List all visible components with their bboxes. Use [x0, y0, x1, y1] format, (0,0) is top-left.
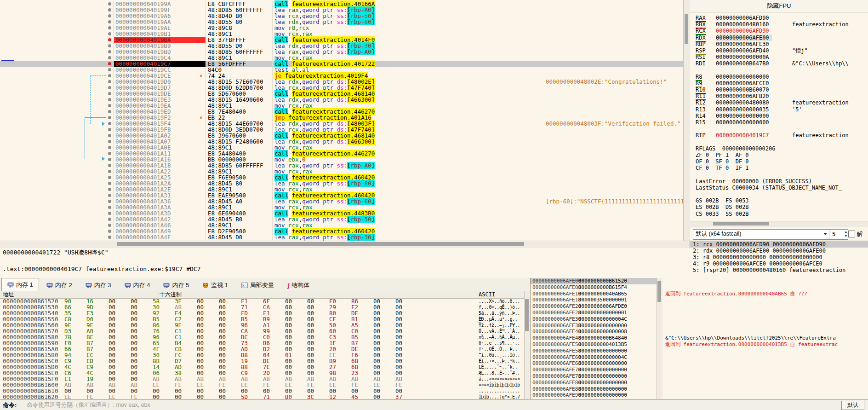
dump-row[interactable]: 0000000000B61570D3A0000076C10000CA990000… [0, 328, 524, 334]
register-row[interactable]: RSP00000000006AFD40"惶j" [690, 47, 868, 54]
stack-row[interactable]: 00000000006AFE900000000000000000 [531, 392, 657, 398]
fastcall-arg-row[interactable]: 5: [rsp+20] 0000000000480160 featureextr… [690, 267, 868, 273]
stack-row[interactable]: 00000000006AFE580000000000000000 [531, 348, 657, 354]
register-row[interactable] [690, 139, 868, 145]
breakpoint-dot[interactable] [106, 91, 114, 97]
stack-row[interactable]: 00000000006AFE400000000000000008 [531, 329, 657, 335]
breakpoint-dot[interactable] [106, 85, 114, 91]
registers-hscrollbar-thumb[interactable] [713, 222, 769, 225]
tab-内存 4[interactable]: 内存 4 [119, 279, 156, 291]
register-row[interactable]: R100000000000B60070 [690, 87, 868, 93]
register-row[interactable]: RCX00000000006AFD90 [690, 28, 868, 34]
breakpoint-dot[interactable] [106, 192, 114, 198]
breakpoint-dot[interactable] [106, 37, 114, 43]
dump-row[interactable]: 0000000000B61590F0B7000065B4000073B60000… [0, 340, 524, 346]
tab-局部变量[interactable]: x=局部变量 [235, 279, 280, 291]
breakpoint-dot[interactable] [106, 222, 114, 228]
stack-row[interactable]: 00000000006AFE380000000000000000 [531, 323, 657, 329]
dump-row[interactable]: 0000000000B61620EEFEEEFE000000005D71B03C… [0, 394, 524, 399]
register-row[interactable] [690, 172, 868, 178]
breakpoint-dot[interactable] [106, 133, 114, 139]
dump-row[interactable]: 0000000000B615609F9E0000869E000096A10000… [0, 322, 524, 328]
disasm-row[interactable]: 0000000000401A1B48:8D85 60FFFFFFlea rax,… [0, 162, 683, 168]
disasm-hscrollbar-thumb[interactable] [117, 242, 524, 246]
breakpoint-dot[interactable] [106, 210, 114, 216]
disasm-row[interactable]: 00000000004019BD48:8D85 60FFFFFFlea rax,… [0, 49, 683, 55]
tab-内存 3[interactable]: 内存 3 [80, 279, 117, 291]
breakpoint-dot[interactable] [106, 150, 114, 156]
register-row[interactable]: GS 002B FS 0053 [690, 197, 868, 204]
register-row[interactable]: RDX00000000006AFE00 [690, 35, 868, 41]
disasm-row[interactable]: 0000000000401A0748:8D15 F2480600lea rdx,… [0, 139, 683, 144]
dump-row[interactable]: 0000000000B615D04CC9000014AD0000887E0000… [0, 364, 524, 370]
hide-fpu-button[interactable]: 隐藏FPU [690, 0, 868, 12]
register-row[interactable]: LastStatus C0000034 (STATUS_OBJECT_NAME_… [690, 185, 868, 191]
stack-row[interactable]: 00000000006AFE780000000000000000 [531, 373, 657, 380]
register-row[interactable] [690, 126, 868, 132]
breakpoint-dot[interactable] [106, 109, 114, 115]
stack-row[interactable]: 00000000006AFE680000000000000000 [531, 360, 657, 367]
dump-row[interactable]: 0000000000B615B094EC000030FC0000B8040100… [0, 352, 524, 358]
register-row[interactable]: R900000000006AFCE0 [690, 80, 868, 87]
stack-row[interactable]: 00000000006AFE30000000000000004C [531, 316, 657, 323]
tab-监视 1[interactable]: 监视 1 [196, 279, 234, 291]
dump-row[interactable]: 0000000000B6154035E3000092E40000FDF10000… [0, 310, 524, 316]
fastcall-arg-row[interactable]: 3: r8 0000000000000000 0000000000000000 [690, 254, 868, 260]
register-row[interactable]: RBX0000000000480160featureextraction [690, 21, 868, 28]
register-row[interactable]: ES 002B DS 002B [690, 204, 868, 210]
breakpoint-dot[interactable] [106, 174, 114, 180]
stack-row[interactable]: 00000000006AFE080000000000B615F4 [531, 284, 657, 291]
breakpoint-dot[interactable] [106, 156, 114, 162]
register-row[interactable]: RIP00000000004019C7featureextraction [690, 132, 868, 139]
command-input[interactable]: 命令使用逗号分隔（像汇编语言）: mov eax, ebx [27, 401, 836, 409]
stack-vscrollbar-thumb[interactable] [657, 281, 661, 302]
register-row[interactable]: R150000000000000000 [690, 119, 868, 126]
register-row[interactable]: R130000000000000035'5' [690, 106, 868, 113]
stack-row[interactable]: 00000000006AFE10000000000040AB65 [531, 291, 657, 297]
register-row[interactable]: R120000000000480080featureextraction [690, 99, 868, 106]
disasm-row[interactable]: 00000000004019AA48:8D55 80lea rdx,qword … [0, 19, 683, 25]
dump-row[interactable]: 0000000000B615F0E1190000ABABABABABABABAB… [0, 376, 524, 382]
stack-row[interactable]: 00000000006AFE60000000000000004C [531, 354, 657, 361]
breakpoint-dot[interactable] [106, 121, 114, 127]
breakpoint-dot[interactable] [106, 67, 114, 73]
breakpoint-dot[interactable] [106, 168, 114, 174]
register-row[interactable]: R1100000000006AFB20 [690, 93, 868, 99]
dump-row[interactable]: 0000000000B61600ABABABABEEFEEEFEEEFEEEFE… [0, 382, 524, 388]
disasm-row[interactable]: 0000000000401A4E48:8D45 D0lea rax,qword … [0, 234, 683, 240]
dump-row[interactable]: 0000000000B61550C8D00000B5C20000B5B90000… [0, 316, 524, 322]
breakpoint-dot[interactable] [106, 13, 114, 19]
breakpoint-dot[interactable] [106, 19, 114, 25]
register-row[interactable]: RFLAGS 0000000000000206 [690, 145, 868, 152]
stack-row[interactable]: 00000000006AFE480000000000B64840 [531, 335, 657, 341]
register-row[interactable]: OF 0 SF 0 DF 0 [690, 158, 868, 165]
stack-row[interactable]: 00000000006AFE5000000000004013B5 [531, 341, 657, 348]
breakpoint-dot[interactable] [106, 115, 114, 121]
stack-row[interactable]: 00000000006AFE800000000000000000 [531, 380, 657, 386]
dump-row[interactable]: 0000000000B61530669D000030AB000071CA0000… [0, 304, 524, 310]
unlock-checkbox[interactable] [848, 231, 855, 237]
dump-row[interactable]: 0000000000B615E0C64C000006380000C92D0000… [0, 370, 524, 376]
disasm-row[interactable]: 0000000000401A2A48:8D45 80lea rax,qword … [0, 180, 683, 186]
tab-结构体[interactable]: ʃ结构体 [281, 279, 315, 291]
register-row[interactable] [690, 67, 868, 74]
disasm-row[interactable]: 00000000004019AE49:89C8mov r8,rcx [0, 25, 683, 31]
breakpoint-dot[interactable] [106, 216, 114, 222]
stack-row[interactable]: 00000000006AFE280000000000000001 [531, 310, 657, 316]
breakpoint-dot[interactable] [106, 144, 114, 150]
dump-row[interactable]: 0000000000B615C0C9ED00008BD7000019DE0000… [0, 358, 524, 364]
register-row[interactable]: RDI0000000000B647B0&"C:\\Users\\hp\\ [690, 60, 868, 67]
breakpoint-dot[interactable] [106, 198, 114, 204]
breakpoint-dot[interactable] [106, 1, 114, 7]
breakpoint-dot[interactable] [106, 162, 114, 168]
register-row[interactable]: LastError 00000000 (ERROR_SUCCESS) [690, 178, 868, 185]
register-row[interactable]: R80000000000000000 [690, 74, 868, 80]
breakpoint-dot[interactable] [106, 139, 114, 144]
disasm-row[interactable]: 0000000000401A4248:8D45 B0lea rax,qword … [0, 216, 683, 222]
register-row[interactable] [690, 191, 868, 197]
stack-row[interactable]: 00000000006AFE180000003500000001 [531, 297, 657, 303]
breakpoint-dot[interactable] [106, 103, 114, 109]
breakpoint-dot[interactable] [106, 73, 114, 79]
dump-vscrollbar-thumb[interactable] [525, 299, 529, 331]
breakpoint-dot[interactable] [106, 79, 114, 85]
